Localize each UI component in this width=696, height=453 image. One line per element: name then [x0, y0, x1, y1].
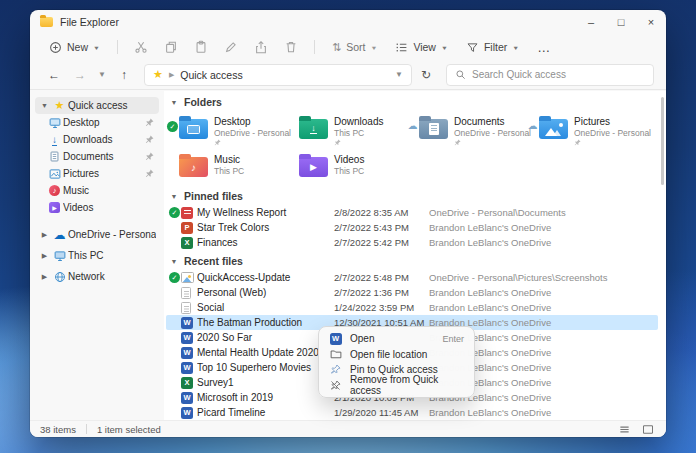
pin-icon — [142, 118, 156, 127]
file-date: 2/7/2022 1:36 PM — [334, 287, 429, 298]
large-icons-view-toggle[interactable] — [640, 423, 656, 436]
sidebar-item-music[interactable]: ♪ Music — [43, 182, 159, 199]
picture-icon — [46, 168, 63, 180]
sidebar-item-quick-access[interactable]: ▼ ★ Quick access — [35, 97, 159, 114]
address-dropdown-icon[interactable]: ▼ — [395, 70, 403, 79]
file-location: Brandon LeBlanc's OneDrive — [429, 287, 658, 298]
file-date: 2/8/2022 8:35 AM — [334, 207, 429, 218]
minimize-button[interactable]: – — [576, 10, 606, 34]
folder-tile-downloads[interactable]: ↓ Downloads This PC — [286, 111, 406, 149]
powerpoint-file-icon: P — [181, 222, 193, 234]
selection-count: 1 item selected — [97, 424, 161, 435]
sidebar-item-desktop[interactable]: Desktop — [43, 114, 159, 131]
quick-access-star-icon: ★ — [153, 69, 163, 80]
sidebar-item-label: Documents — [63, 151, 142, 162]
close-button[interactable]: × — [636, 10, 666, 34]
sidebar-item-documents[interactable]: Documents — [43, 148, 159, 165]
chevron-down-icon[interactable]: ▼ — [38, 102, 51, 109]
more-options-button[interactable]: … — [530, 37, 558, 58]
file-name: Star Trek Colors — [197, 222, 334, 233]
command-toolbar: New ▼ ⇅ Sort ▼ View ▼ Filter ▼ … — [30, 34, 666, 60]
folder-name: Music — [214, 154, 244, 165]
file-row[interactable]: W Picard Timeline 1/29/2020 11:45 AM Bra… — [166, 405, 658, 420]
breadcrumb[interactable]: Quick access — [180, 69, 389, 81]
file-row[interactable]: Personal (Web) 2/7/2022 1:36 PM Brandon … — [166, 285, 658, 300]
folder-name: Downloads — [334, 116, 383, 127]
file-date: 2/7/2022 5:43 PM — [334, 222, 429, 233]
folder-tile-desktop[interactable]: ✓ Desktop OneDrive - Personal — [166, 111, 286, 149]
recent-files-section-header[interactable]: ▼ Recent files — [166, 254, 658, 268]
menu-item-label: Open file location — [350, 349, 427, 360]
desktop-folder-icon — [179, 119, 208, 139]
copy-button[interactable] — [158, 37, 184, 57]
more-icon: … — [537, 40, 551, 55]
pinned-files-section-header[interactable]: ▼ Pinned files — [166, 189, 658, 203]
paste-button[interactable] — [188, 37, 214, 57]
pin-icon — [334, 139, 383, 146]
window-title: File Explorer — [60, 16, 119, 28]
address-bar[interactable]: ★ ▶ Quick access ▼ — [144, 64, 412, 86]
rename-button[interactable] — [218, 37, 244, 57]
folder-location: OneDrive - Personal — [574, 128, 646, 138]
folders-section-header[interactable]: ▼ Folders — [166, 95, 658, 109]
chevron-down-icon: ▼ — [441, 44, 448, 50]
sidebar-item-pictures[interactable]: Pictures — [43, 165, 159, 182]
menu-item-remove-from-quick-access[interactable]: Remove from Quick access — [323, 378, 470, 394]
section-title: Recent files — [184, 255, 243, 267]
menu-item-open-file-location[interactable]: Open file location — [323, 347, 470, 363]
sidebar-item-onedrive[interactable]: ▶ ☁ OneDrive - Personal — [35, 226, 159, 243]
folder-tile-music[interactable]: ♪ Music This PC — [166, 149, 286, 187]
file-row[interactable]: Social 1/24/2022 3:59 PM Brandon LeBlanc… — [166, 300, 658, 315]
up-button[interactable]: ↑ — [112, 64, 136, 86]
chevron-down-icon[interactable]: ▼ — [169, 258, 179, 265]
refresh-button[interactable]: ↻ — [414, 64, 438, 86]
items-count: 38 items — [40, 424, 76, 435]
chevron-right-icon[interactable]: ▶ — [38, 231, 51, 239]
share-button[interactable] — [248, 37, 274, 57]
pin-icon — [142, 169, 156, 178]
chevron-right-icon[interactable]: ▶ — [38, 252, 51, 260]
titlebar: File Explorer – □ × — [30, 10, 666, 34]
chevron-right-icon[interactable]: ▶ — [38, 273, 51, 281]
file-row[interactable]: ✓ My Wellness Report 2/8/2022 8:35 AM On… — [166, 205, 658, 220]
sidebar-item-network[interactable]: ▶ Network — [35, 268, 159, 285]
sidebar-item-videos[interactable]: ▶ Videos — [43, 199, 159, 216]
pin-outline-icon — [329, 364, 342, 375]
file-date: 1/24/2022 3:59 PM — [334, 302, 429, 313]
search-box[interactable] — [446, 64, 654, 86]
sidebar-item-downloads[interactable]: ↓ Downloads — [43, 131, 159, 148]
documents-folder-icon — [419, 119, 448, 139]
details-view-toggle[interactable] — [616, 423, 632, 436]
delete-button[interactable] — [278, 37, 304, 57]
vertical-scrollbar[interactable] — [661, 97, 664, 185]
chevron-down-icon[interactable]: ▼ — [169, 193, 179, 200]
new-button[interactable]: New ▼ — [42, 38, 107, 57]
file-row[interactable]: P Star Trek Colors 2/7/2022 5:43 PM Bran… — [166, 220, 658, 235]
search-input[interactable] — [472, 69, 645, 80]
folder-outline-icon — [329, 348, 342, 360]
filter-button[interactable]: Filter ▼ — [459, 38, 526, 57]
view-button[interactable]: View ▼ — [388, 38, 455, 57]
folder-tile-documents[interactable]: ☁ Documents OneDrive - Personal — [406, 111, 526, 149]
recent-locations-button[interactable]: ▼ — [94, 64, 110, 86]
maximize-button[interactable]: □ — [606, 10, 636, 34]
cut-button[interactable] — [128, 37, 154, 57]
file-row[interactable]: X Finances 2/7/2022 5:42 PM Brandon LeBl… — [166, 235, 658, 250]
chevron-down-icon[interactable]: ▼ — [169, 99, 179, 106]
sort-button[interactable]: ⇅ Sort ▼ — [325, 38, 384, 57]
sync-check-icon: ✓ — [169, 207, 180, 218]
folder-tile-videos[interactable]: ▶ Videos This PC — [286, 149, 406, 187]
desktop-icon — [46, 117, 63, 129]
folder-tile-pictures[interactable]: ☁ Pictures OneDrive - Personal — [526, 111, 646, 149]
menu-item-open[interactable]: W Open Enter — [323, 331, 470, 347]
file-date: 2/7/2022 5:48 PM — [334, 272, 429, 283]
folders-grid: ✓ Desktop OneDrive - Personal ↓ Download… — [166, 111, 656, 187]
back-button[interactable]: ← — [42, 64, 66, 86]
breadcrumb-separator: ▶ — [169, 71, 174, 79]
file-name: Finances — [197, 237, 334, 248]
sync-check-icon: ✓ — [169, 272, 180, 283]
context-menu: W Open Enter Open file location Pin to Q… — [318, 326, 475, 398]
file-row[interactable]: ✓ QuickAccess-Update 2/7/2022 5:48 PM On… — [166, 270, 658, 285]
forward-button[interactable]: → — [68, 64, 92, 86]
sidebar-item-this-pc[interactable]: ▶ This PC — [35, 247, 159, 264]
